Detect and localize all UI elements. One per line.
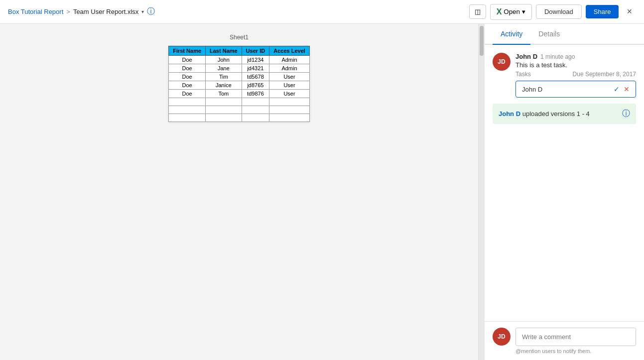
table-cell: Tom [206,90,242,98]
table-row: DoeJohnjd1234Admin [169,56,310,64]
activity-time: 1 minute ago [540,53,575,60]
activity-content: JD John D 1 minute ago This is a test ta… [485,45,644,321]
col-userid: User ID [242,46,269,56]
table-cell [242,114,269,122]
col-lastname: Last Name [206,46,242,56]
filename-dropdown-arrow[interactable]: ▾ [141,9,144,14]
upload-info-icon[interactable]: ⓘ [622,109,630,119]
info-icon[interactable]: ⓘ [147,6,155,17]
breadcrumb-current-file: Team User Report.xlsx [73,8,138,15]
table-row: DoeJanicejd8765User [169,81,310,90]
scrollbar-thumb[interactable] [480,26,484,56]
table-row [169,106,310,114]
preview-scrollbar[interactable] [479,24,485,360]
table-cell: User [269,90,310,98]
table-cell: Jane [206,64,242,73]
task-row: Tasks Due September 8, 2017 [515,71,636,78]
spreadsheet-wrapper: First Name Last Name User ID Acces Level… [168,46,310,122]
upload-notification: John D uploaded versions 1 - 4 ⓘ [493,104,636,124]
table-cell: Admin [269,64,310,73]
right-panel: Activity Details JD John D 1 minute ago … [485,24,644,360]
table-cell: jd1234 [242,56,269,64]
comment-area: JD @mention users to notify them. [485,321,644,360]
table-cell: Doe [169,56,206,64]
open-dropdown-arrow: ▾ [522,8,525,15]
comment-input[interactable] [515,328,636,346]
table-cell [169,114,206,122]
task-reject-button[interactable]: ✕ [624,85,630,93]
comment-input-wrapper: @mention users to notify them. [515,328,636,354]
table-cell [206,106,242,114]
header-actions: ◫ X Open ▾ Download Share × [469,4,636,20]
spreadsheet-header: First Name Last Name User ID Acces Level [169,46,310,56]
spreadsheet-table: First Name Last Name User ID Acces Level… [168,46,310,122]
table-cell: Janice [206,81,242,90]
upload-user-link[interactable]: John D [499,110,520,118]
tab-activity[interactable]: Activity [493,24,530,45]
task-label: Tasks [515,71,531,78]
table-cell: jd4321 [242,64,269,73]
breadcrumb-parent[interactable]: Box Tutorial Report [8,8,63,15]
layout-icon: ◫ [475,8,481,15]
table-cell [169,98,206,106]
upload-notification-text: John D uploaded versions 1 - 4 [499,110,622,118]
header-row: First Name Last Name User ID Acces Level [169,46,310,56]
open-button-label: Open [504,8,520,15]
table-row: DoeJanejd4321Admin [169,64,310,73]
table-cell: User [269,73,310,81]
close-button[interactable]: × [623,4,636,19]
task-actions: ✓ ✕ [614,85,630,93]
file-preview: Sheet1 First Name Last Name User ID Acce… [0,24,479,360]
excel-icon: X [497,7,502,16]
table-cell [269,106,310,114]
activity-item: JD John D 1 minute ago This is a test ta… [493,53,636,98]
open-button[interactable]: X Open ▾ [490,4,532,20]
task-due-date: Due September 8, 2017 [573,71,636,78]
table-cell: Admin [269,56,310,64]
activity-header: John D 1 minute ago [515,53,636,60]
layout-toggle-button[interactable]: ◫ [469,4,486,19]
preview-container: Sheet1 First Name Last Name User ID Acce… [0,24,485,360]
table-cell [206,114,242,122]
table-cell: User [269,81,310,90]
table-cell [242,98,269,106]
tab-details[interactable]: Details [530,24,568,45]
activity-body: John D 1 minute ago This is a test task.… [515,53,636,98]
activity-username: John D [515,53,537,60]
spreadsheet-body: DoeJohnjd1234AdminDoeJanejd4321AdminDoeT… [169,56,310,122]
main-content: Sheet1 First Name Last Name User ID Acce… [0,24,644,360]
task-assignee-box: John D ✓ ✕ [515,81,636,98]
table-cell: Doe [169,81,206,90]
comment-hint: @mention users to notify them. [515,348,636,354]
table-cell: td5678 [242,73,269,81]
col-acceslevel: Acces Level [269,46,310,56]
activity-message: This is a test task. [515,61,636,69]
col-firstname: First Name [169,46,206,56]
sheet-label: Sheet1 [230,34,249,41]
table-cell [269,114,310,122]
table-cell [269,98,310,106]
table-cell: John [206,56,242,64]
breadcrumb-separator: > [66,8,70,15]
avatar-johnd: JD [493,53,511,71]
table-cell: Tim [206,73,242,81]
breadcrumb: Box Tutorial Report > Team User Report.x… [8,6,155,17]
table-cell [242,106,269,114]
table-cell: Doe [169,73,206,81]
panel-tabs: Activity Details [485,24,644,45]
share-button[interactable]: Share [586,5,619,18]
table-cell: Doe [169,90,206,98]
table-row [169,98,310,106]
app-header: Box Tutorial Report > Team User Report.x… [0,0,644,24]
table-row: DoeTimtd5678User [169,73,310,81]
comment-avatar: JD [493,328,511,346]
table-cell: td9876 [242,90,269,98]
task-approve-button[interactable]: ✓ [614,85,620,93]
table-cell: jd8765 [242,81,269,90]
table-cell [169,106,206,114]
table-row [169,114,310,122]
table-cell [206,98,242,106]
upload-message: uploaded versions 1 - 4 [520,110,590,118]
download-button[interactable]: Download [536,4,582,19]
table-cell: Doe [169,64,206,73]
